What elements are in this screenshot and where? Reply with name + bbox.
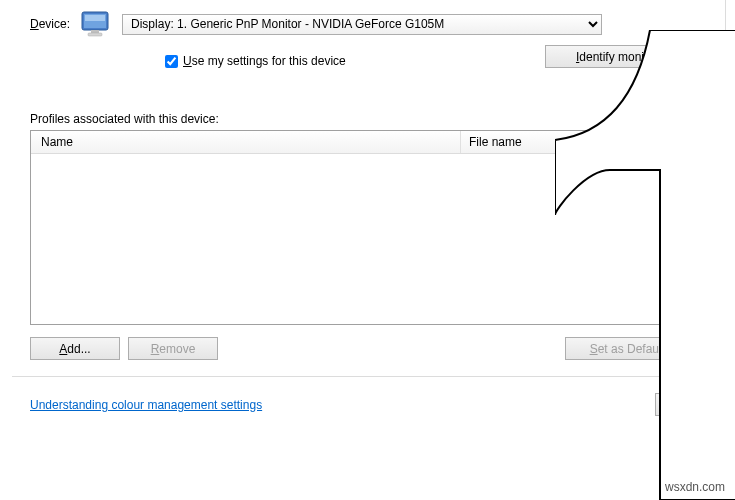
svg-rect-3 bbox=[91, 30, 99, 33]
add-button[interactable]: Add... bbox=[30, 337, 120, 360]
profiles-table-header[interactable]: Name File name bbox=[31, 131, 704, 154]
use-settings-label[interactable]: Use my settings for this device bbox=[183, 54, 346, 68]
svg-rect-2 bbox=[85, 15, 105, 21]
profiles-caption: Profiles associated with this device: bbox=[0, 74, 735, 130]
device-label: Device: bbox=[30, 17, 70, 31]
watermark: wsxdn.com bbox=[665, 480, 725, 494]
use-settings-checkbox[interactable] bbox=[165, 55, 178, 68]
profiles-table[interactable]: Name File name bbox=[30, 130, 705, 325]
monitor-icon bbox=[80, 8, 112, 40]
right-border bbox=[725, 0, 735, 500]
remove-button[interactable]: Remove bbox=[128, 337, 218, 360]
column-header-filename[interactable]: File name bbox=[461, 131, 704, 153]
p-button[interactable]: P bbox=[655, 393, 705, 416]
identify-monitor-button[interactable]: Identify moni bbox=[545, 45, 675, 68]
svg-rect-4 bbox=[88, 33, 102, 36]
device-dropdown[interactable]: Display: 1. Generic PnP Monitor - NVIDIA… bbox=[122, 14, 602, 35]
set-default-profile-button[interactable]: Set as Default Pr bbox=[565, 337, 705, 360]
understanding-link[interactable]: Understanding colour management settings bbox=[30, 398, 262, 412]
column-header-name[interactable]: Name bbox=[31, 131, 461, 153]
